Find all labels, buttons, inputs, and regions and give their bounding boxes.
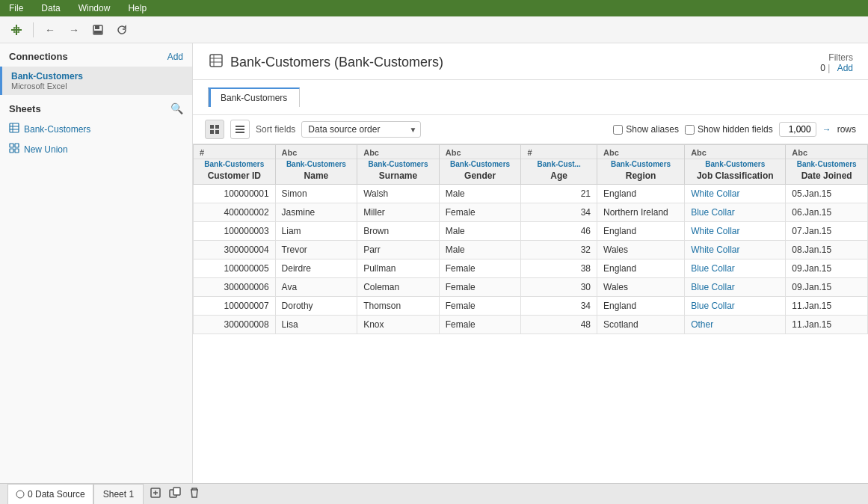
status-icons bbox=[148, 485, 202, 503]
table-cell: 34 bbox=[521, 297, 597, 316]
table-cell: 38 bbox=[521, 259, 597, 278]
show-hidden-fields-input[interactable] bbox=[685, 125, 695, 135]
table-cell: Blue Collar bbox=[685, 203, 786, 222]
table-cell: 300000008 bbox=[194, 316, 276, 334]
sheet1-label: Sheet 1 bbox=[103, 489, 134, 500]
column-header-name[interactable]: Abc Bank-Customers Name bbox=[275, 145, 357, 185]
col-source: Bank-Customers bbox=[685, 159, 785, 169]
svg-rect-8 bbox=[94, 31, 102, 34]
union-icon bbox=[9, 143, 19, 156]
table-cell: Ava bbox=[275, 278, 357, 297]
column-header-job-classification[interactable]: Abc Bank-Customers Job Classification bbox=[685, 145, 786, 185]
table-cell: White Collar bbox=[685, 222, 786, 241]
table-cell: Dorothy bbox=[275, 297, 357, 316]
data-source-label: 0 Data Source bbox=[28, 489, 85, 500]
data-grid-container[interactable]: # Bank-Customers Customer ID Abc Bank-Cu… bbox=[193, 144, 868, 483]
show-hidden-fields-checkbox[interactable]: Show hidden fields bbox=[685, 124, 773, 135]
table-cell: 300000004 bbox=[194, 241, 276, 259]
rows-count-input[interactable] bbox=[779, 122, 816, 137]
show-aliases-checkbox[interactable]: Show aliases bbox=[613, 124, 679, 135]
table-row: 100000007DorothyThomsonFemale34EnglandBl… bbox=[194, 297, 868, 316]
svg-rect-23 bbox=[210, 130, 214, 134]
rows-label: rows bbox=[837, 124, 856, 135]
table-cell: 100000005 bbox=[194, 259, 276, 278]
table-cell: Brown bbox=[357, 222, 440, 241]
menu-window[interactable]: Window bbox=[76, 1, 114, 15]
data-source-tab[interactable]: 0 Data Source bbox=[7, 484, 93, 504]
table-cell: 08.Jan.15 bbox=[786, 241, 868, 259]
svg-rect-7 bbox=[95, 25, 99, 29]
refresh-button[interactable] bbox=[111, 19, 132, 40]
datasource-icon bbox=[208, 52, 224, 73]
table-cell: 100000001 bbox=[194, 185, 276, 203]
svg-rect-26 bbox=[236, 129, 244, 130]
sheet-item-bank-customers[interactable]: Bank-Customers bbox=[0, 119, 192, 139]
svg-rect-16 bbox=[15, 149, 19, 153]
svg-rect-27 bbox=[236, 132, 244, 133]
col-source: Bank-Customers bbox=[440, 159, 521, 169]
menu-data[interactable]: Data bbox=[38, 1, 63, 15]
table-cell: England bbox=[597, 222, 685, 241]
duplicate-sheet-icon[interactable] bbox=[167, 485, 182, 503]
clear-sheet-icon[interactable] bbox=[187, 485, 202, 503]
grid-header: # Bank-Customers Customer ID Abc Bank-Cu… bbox=[194, 145, 868, 185]
new-union-item[interactable]: New Union bbox=[0, 139, 192, 159]
col-type-icon: # bbox=[527, 148, 532, 157]
table-cell: Scotland bbox=[597, 316, 685, 334]
sheet-tab-bank-customers[interactable]: Bank-Customers bbox=[208, 87, 300, 107]
show-aliases-input[interactable] bbox=[613, 125, 623, 135]
table-cell: Knox bbox=[357, 316, 440, 334]
ds-title-area: Bank-Customers (Bank-Customers) bbox=[208, 52, 443, 73]
col-name: Customer ID bbox=[194, 169, 275, 184]
table-cell: Male bbox=[439, 222, 521, 241]
right-panel: Bank-Customers (Bank-Customers) Filters … bbox=[193, 43, 868, 483]
col-type-icon: Abc bbox=[282, 148, 298, 157]
table-cell: Lisa bbox=[275, 316, 357, 334]
col-type-icon: Abc bbox=[363, 148, 379, 157]
col-type-row: # bbox=[521, 145, 597, 159]
sort-fields-select[interactable]: Data source order bbox=[301, 121, 421, 138]
menu-help[interactable]: Help bbox=[125, 1, 150, 15]
column-header-region[interactable]: Abc Bank-Customers Region bbox=[597, 145, 685, 185]
svg-rect-22 bbox=[215, 125, 219, 129]
back-button[interactable]: ← bbox=[40, 19, 61, 40]
column-header-date-joined[interactable]: Abc Bank-Customers Date Joined bbox=[786, 145, 868, 185]
save-button[interactable] bbox=[87, 19, 108, 40]
filters-add-button[interactable]: Add bbox=[837, 63, 853, 73]
col-source: Bank-Customers bbox=[786, 159, 867, 169]
column-header-customer-id[interactable]: # Bank-Customers Customer ID bbox=[194, 145, 276, 185]
svg-rect-4 bbox=[13, 27, 19, 28]
status-bar: 0 Data Source Sheet 1 bbox=[0, 483, 868, 504]
table-cell: Female bbox=[439, 316, 521, 334]
table-cell: Male bbox=[439, 185, 521, 203]
table-cell: 07.Jan.15 bbox=[786, 222, 868, 241]
menu-file[interactable]: File bbox=[6, 1, 26, 15]
table-cell: Walsh bbox=[357, 185, 440, 203]
new-sheet-icon[interactable] bbox=[148, 485, 163, 503]
table-row: 400000002JasmineMillerFemale34Northern I… bbox=[194, 203, 868, 222]
connections-header: Connections Add bbox=[0, 43, 192, 67]
forward-button[interactable]: → bbox=[64, 19, 84, 40]
list-view-button[interactable] bbox=[230, 120, 250, 139]
svg-rect-1 bbox=[11, 29, 22, 31]
datasource-tab-icon bbox=[16, 490, 25, 499]
add-connection-button[interactable]: Add bbox=[167, 52, 183, 62]
connection-item[interactable]: Bank-Customers Microsoft Excel bbox=[0, 67, 192, 95]
col-type-row: Abc bbox=[440, 145, 521, 159]
col-type-row: Abc bbox=[597, 145, 684, 159]
column-header-gender[interactable]: Abc Bank-Customers Gender bbox=[439, 145, 521, 185]
column-header-surname[interactable]: Abc Bank-Customers Surname bbox=[357, 145, 440, 185]
sheet1-tab[interactable]: Sheet 1 bbox=[93, 484, 144, 504]
col-type-row: Abc bbox=[786, 145, 867, 159]
sort-select-wrapper: Data source order ▼ bbox=[301, 121, 421, 138]
svg-rect-15 bbox=[10, 149, 13, 153]
grid-view-button[interactable] bbox=[205, 120, 224, 139]
col-type-icon: Abc bbox=[691, 148, 707, 157]
svg-rect-17 bbox=[210, 55, 222, 67]
column-header-age[interactable]: # Bank-Cust... Age bbox=[521, 145, 597, 185]
search-icon[interactable]: 🔍 bbox=[170, 102, 183, 114]
rows-arrow-icon[interactable]: → bbox=[822, 124, 831, 135]
svg-rect-13 bbox=[10, 144, 13, 147]
svg-point-28 bbox=[16, 491, 24, 498]
sheets-header: Sheets 🔍 bbox=[0, 95, 192, 119]
